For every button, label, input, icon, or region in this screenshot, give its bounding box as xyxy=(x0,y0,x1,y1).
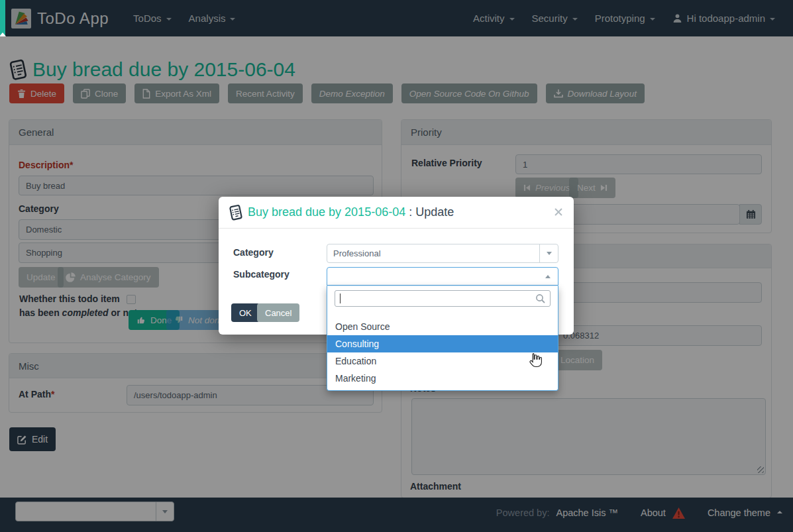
text-cursor xyxy=(340,293,341,303)
modal-category-label: Category xyxy=(233,247,274,258)
dropdown-option[interactable]: Education xyxy=(327,352,558,370)
subcategory-select-open: Open Source Consulting Education Marketi… xyxy=(327,267,558,391)
modal-subcategory-label: Subcategory xyxy=(233,269,290,280)
dialog-action-title: : Update xyxy=(409,205,454,219)
dropdown-option[interactable]: Open Source xyxy=(327,318,558,335)
dropdown-options: Open Source Consulting Education Marketi… xyxy=(327,318,558,387)
close-icon[interactable] xyxy=(553,206,564,218)
modal-category-select[interactable]: Professional xyxy=(327,244,558,263)
debug-bar-expand-icon[interactable] xyxy=(0,32,6,36)
ok-button[interactable]: OK xyxy=(231,303,260,322)
search-icon xyxy=(535,293,546,304)
chevron-up-icon xyxy=(545,275,551,278)
mouse-cursor-icon xyxy=(528,352,543,368)
app-window: ToDo App ToDos Analysis Activity Securit… xyxy=(0,0,793,532)
subcategory-select[interactable] xyxy=(327,267,558,286)
dropdown-search-input[interactable] xyxy=(335,290,551,307)
dropdown-option-highlighted[interactable]: Consulting xyxy=(327,335,558,352)
chevron-down-icon xyxy=(539,244,558,262)
debug-bar[interactable] xyxy=(0,0,5,36)
dialog-object-title: Buy bread due by 2015-06-04 xyxy=(248,205,405,219)
todo-item-icon xyxy=(229,205,242,221)
subcategory-dropdown: Open Source Consulting Education Marketi… xyxy=(327,286,558,391)
dropdown-option[interactable]: Marketing xyxy=(327,370,558,387)
dialog-header[interactable]: Buy bread due by 2015-06-04 : Update xyxy=(219,197,574,229)
cancel-button[interactable]: Cancel xyxy=(257,303,299,322)
